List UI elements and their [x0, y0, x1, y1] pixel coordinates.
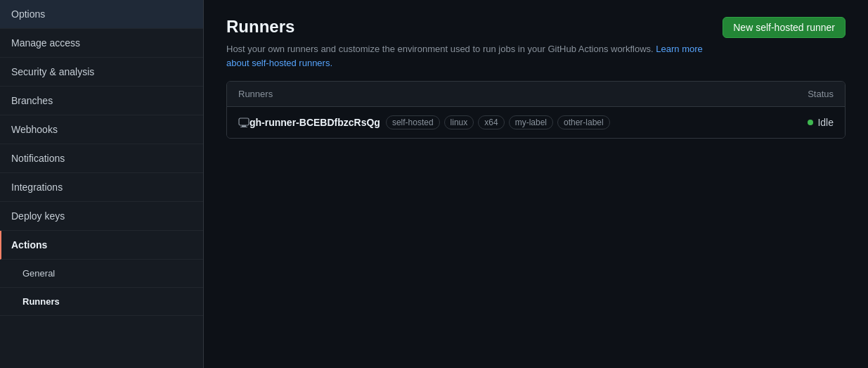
page-title: Runners — [226, 17, 723, 37]
runner-icon — [238, 117, 250, 128]
sidebar-item-runners[interactable]: Runners — [0, 288, 203, 316]
new-self-hosted-runner-button[interactable]: New self-hosted runner — [723, 17, 846, 38]
sidebar-item-actions[interactable]: Actions — [0, 231, 203, 260]
sidebar-item-label: Deploy keys — [11, 210, 65, 222]
col-runners: Runners — [238, 89, 273, 99]
table-row[interactable]: gh-runner-BCEBDfbzcRsQg self-hostedlinux… — [227, 107, 845, 138]
sidebar-item-label: Webhooks — [11, 124, 58, 135]
sidebar-item-notifications[interactable]: Notifications — [0, 144, 203, 173]
sidebar-item-label: Options — [11, 8, 45, 20]
sidebar-item-options[interactable]: Options — [0, 0, 203, 29]
sidebar-item-label: Integrations — [11, 182, 63, 193]
page-header: Runners Host your own runners and custom… — [226, 17, 846, 70]
sidebar-item-security-analysis[interactable]: Security & analysis — [0, 58, 203, 87]
runner-tag: my-label — [509, 115, 553, 129]
svg-rect-1 — [242, 125, 246, 127]
sidebar-item-manage-access[interactable]: Manage access — [0, 29, 203, 58]
sidebar-item-label: Security & analysis — [11, 66, 94, 77]
sidebar-item-general[interactable]: General — [0, 260, 203, 288]
sidebar-item-label: Runners — [22, 296, 60, 307]
runner-tag: x64 — [478, 115, 504, 129]
sidebar-item-label: Notifications — [11, 153, 65, 164]
sidebar-item-integrations[interactable]: Integrations — [0, 173, 203, 202]
runners-table: Runners Status gh-runner-BCEBDfbzcRsQg s… — [226, 81, 846, 139]
runner-tag: self-hosted — [386, 115, 440, 129]
main-content: Runners Host your own runners and custom… — [204, 0, 868, 368]
svg-rect-0 — [239, 118, 249, 125]
sidebar-item-label: Branches — [11, 95, 53, 106]
runner-tags: self-hostedlinuxx64my-labelother-label — [386, 115, 610, 129]
sidebar-item-label: General — [22, 268, 55, 279]
col-status: Status — [808, 89, 834, 99]
svg-rect-2 — [240, 127, 247, 127]
runner-tag: linux — [444, 115, 474, 129]
sidebar-item-label: Manage access — [11, 37, 80, 49]
runner-info: gh-runner-BCEBDfbzcRsQg self-hostedlinux… — [238, 115, 610, 129]
sidebar-item-label: Actions — [11, 239, 47, 250]
title-description-block: Runners Host your own runners and custom… — [226, 17, 723, 70]
table-header: Runners Status — [227, 82, 845, 107]
runner-tag: other-label — [557, 115, 610, 129]
status-dot-icon — [808, 120, 813, 125]
runner-name: gh-runner-BCEBDfbzcRsQg — [250, 117, 380, 128]
runner-status: Idle — [808, 117, 834, 128]
sidebar-item-deploy-keys[interactable]: Deploy keys — [0, 202, 203, 231]
sidebar-item-webhooks[interactable]: Webhooks — [0, 115, 203, 144]
sidebar: Options Manage access Security & analysi… — [0, 0, 204, 368]
status-label: Idle — [817, 117, 834, 128]
sidebar-item-branches[interactable]: Branches — [0, 87, 203, 115]
page-description: Host your own runners and customize the … — [226, 42, 723, 70]
